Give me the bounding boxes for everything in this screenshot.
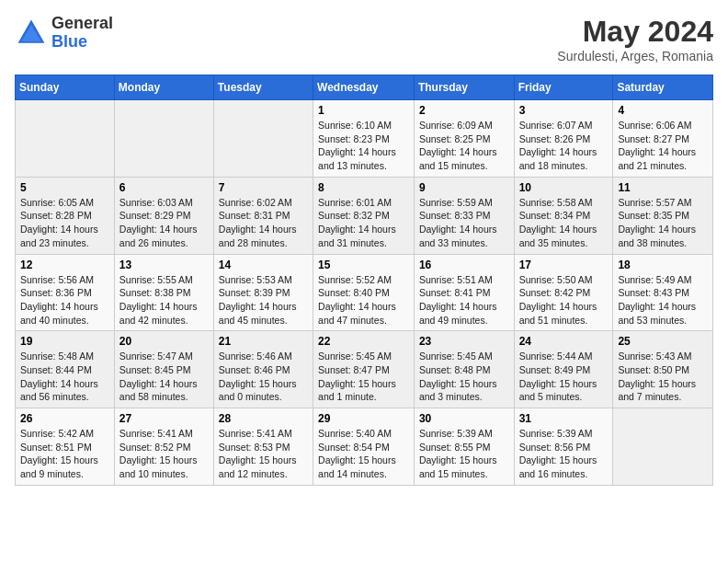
calendar-cell: 16Sunrise: 5:51 AMSunset: 8:41 PMDayligh… <box>414 254 514 331</box>
day-number: 19 <box>20 335 109 348</box>
day-info: Sunrise: 6:01 AMSunset: 8:32 PMDaylight:… <box>318 196 409 250</box>
day-info: Sunrise: 6:02 AMSunset: 8:31 PMDaylight:… <box>219 196 308 250</box>
day-number: 10 <box>519 181 609 194</box>
day-number: 1 <box>318 104 409 117</box>
logo-general: General <box>51 15 113 33</box>
day-number: 12 <box>20 259 109 271</box>
calendar-cell: 26Sunrise: 5:42 AMSunset: 8:51 PMDayligh… <box>16 408 115 486</box>
day-number: 6 <box>119 181 209 194</box>
calendar-cell: 23Sunrise: 5:45 AMSunset: 8:48 PMDayligh… <box>414 331 514 408</box>
day-info: Sunrise: 5:53 AMSunset: 8:39 PMDaylight:… <box>219 273 308 327</box>
day-number: 9 <box>419 181 509 194</box>
day-info: Sunrise: 6:06 AMSunset: 8:27 PMDaylight:… <box>618 119 708 173</box>
calendar-cell: 31Sunrise: 5:39 AMSunset: 8:56 PMDayligh… <box>514 408 613 486</box>
calendar-week-row: 5Sunrise: 6:05 AMSunset: 8:28 PMDaylight… <box>16 177 713 254</box>
day-number: 21 <box>219 335 308 348</box>
day-info: Sunrise: 5:55 AMSunset: 8:38 PMDaylight:… <box>119 273 209 327</box>
calendar-cell: 30Sunrise: 5:39 AMSunset: 8:55 PMDayligh… <box>414 408 514 486</box>
day-number: 11 <box>618 181 708 194</box>
calendar-cell: 22Sunrise: 5:45 AMSunset: 8:47 PMDayligh… <box>313 331 415 408</box>
calendar-cell <box>16 100 115 178</box>
calendar-cell <box>613 408 713 486</box>
day-info: Sunrise: 5:45 AMSunset: 8:48 PMDaylight:… <box>419 350 509 404</box>
day-number: 13 <box>119 259 209 271</box>
col-header-thursday: Thursday <box>414 75 514 100</box>
calendar-cell: 6Sunrise: 6:03 AMSunset: 8:29 PMDaylight… <box>114 177 213 254</box>
col-header-sunday: Sunday <box>16 75 115 100</box>
calendar-cell: 28Sunrise: 5:41 AMSunset: 8:53 PMDayligh… <box>213 408 313 486</box>
col-header-wednesday: Wednesday <box>313 75 415 100</box>
calendar-cell <box>114 100 213 178</box>
day-number: 25 <box>618 335 708 348</box>
calendar-cell: 13Sunrise: 5:55 AMSunset: 8:38 PMDayligh… <box>114 254 213 331</box>
day-number: 18 <box>618 259 708 271</box>
day-info: Sunrise: 6:03 AMSunset: 8:29 PMDaylight:… <box>119 196 209 250</box>
col-header-saturday: Saturday <box>613 75 713 100</box>
day-number: 16 <box>419 259 509 271</box>
col-header-monday: Monday <box>114 75 213 100</box>
calendar-cell: 17Sunrise: 5:50 AMSunset: 8:42 PMDayligh… <box>514 254 613 331</box>
day-number: 26 <box>20 412 109 425</box>
day-number: 15 <box>318 259 409 271</box>
day-info: Sunrise: 5:59 AMSunset: 8:33 PMDaylight:… <box>419 196 509 250</box>
calendar-cell: 9Sunrise: 5:59 AMSunset: 8:33 PMDaylight… <box>414 177 514 254</box>
day-info: Sunrise: 5:51 AMSunset: 8:41 PMDaylight:… <box>419 273 509 327</box>
calendar-cell: 8Sunrise: 6:01 AMSunset: 8:32 PMDaylight… <box>313 177 415 254</box>
day-number: 22 <box>318 335 409 348</box>
day-info: Sunrise: 5:46 AMSunset: 8:46 PMDaylight:… <box>219 350 308 404</box>
calendar-cell: 19Sunrise: 5:48 AMSunset: 8:44 PMDayligh… <box>16 331 115 408</box>
calendar-week-row: 19Sunrise: 5:48 AMSunset: 8:44 PMDayligh… <box>16 331 713 408</box>
day-info: Sunrise: 5:39 AMSunset: 8:56 PMDaylight:… <box>519 427 609 481</box>
day-number: 7 <box>219 181 308 194</box>
day-number: 5 <box>20 181 109 194</box>
calendar-cell: 12Sunrise: 5:56 AMSunset: 8:36 PMDayligh… <box>16 254 115 331</box>
day-info: Sunrise: 5:44 AMSunset: 8:49 PMDaylight:… <box>519 350 609 404</box>
day-number: 8 <box>318 181 409 194</box>
calendar-cell: 7Sunrise: 6:02 AMSunset: 8:31 PMDaylight… <box>213 177 313 254</box>
logo-blue: Blue <box>51 33 113 52</box>
day-info: Sunrise: 5:49 AMSunset: 8:43 PMDaylight:… <box>618 273 708 327</box>
day-number: 2 <box>419 104 509 117</box>
day-info: Sunrise: 6:07 AMSunset: 8:26 PMDaylight:… <box>519 119 609 173</box>
title-block: May 2024 Surdulesti, Arges, Romania <box>557 15 713 63</box>
day-number: 28 <box>219 412 308 425</box>
calendar-header-row: SundayMondayTuesdayWednesdayThursdayFrid… <box>16 75 713 100</box>
day-number: 31 <box>519 412 609 425</box>
logo-text: General Blue <box>51 15 113 52</box>
col-header-tuesday: Tuesday <box>213 75 313 100</box>
day-info: Sunrise: 5:58 AMSunset: 8:34 PMDaylight:… <box>519 196 609 250</box>
day-number: 14 <box>219 259 308 271</box>
day-info: Sunrise: 5:57 AMSunset: 8:35 PMDaylight:… <box>618 196 708 250</box>
calendar-cell: 24Sunrise: 5:44 AMSunset: 8:49 PMDayligh… <box>514 331 613 408</box>
day-info: Sunrise: 5:48 AMSunset: 8:44 PMDaylight:… <box>20 350 109 404</box>
calendar-week-row: 1Sunrise: 6:10 AMSunset: 8:23 PMDaylight… <box>16 100 713 178</box>
day-number: 23 <box>419 335 509 348</box>
day-number: 30 <box>419 412 509 425</box>
day-info: Sunrise: 5:43 AMSunset: 8:50 PMDaylight:… <box>618 350 708 404</box>
calendar-cell: 15Sunrise: 5:52 AMSunset: 8:40 PMDayligh… <box>313 254 415 331</box>
day-info: Sunrise: 5:50 AMSunset: 8:42 PMDaylight:… <box>519 273 609 327</box>
page-header: General Blue May 2024 Surdulesti, Arges,… <box>15 15 713 63</box>
calendar-cell: 20Sunrise: 5:47 AMSunset: 8:45 PMDayligh… <box>114 331 213 408</box>
logo: General Blue <box>15 15 113 52</box>
calendar-cell: 10Sunrise: 5:58 AMSunset: 8:34 PMDayligh… <box>514 177 613 254</box>
calendar-table: SundayMondayTuesdayWednesdayThursdayFrid… <box>15 75 713 486</box>
day-info: Sunrise: 5:40 AMSunset: 8:54 PMDaylight:… <box>318 427 409 481</box>
calendar-cell: 5Sunrise: 6:05 AMSunset: 8:28 PMDaylight… <box>16 177 115 254</box>
day-info: Sunrise: 6:10 AMSunset: 8:23 PMDaylight:… <box>318 119 409 173</box>
day-info: Sunrise: 5:47 AMSunset: 8:45 PMDaylight:… <box>119 350 209 404</box>
calendar-cell: 2Sunrise: 6:09 AMSunset: 8:25 PMDaylight… <box>414 100 514 178</box>
calendar-cell <box>213 100 313 178</box>
day-info: Sunrise: 5:52 AMSunset: 8:40 PMDaylight:… <box>318 273 409 327</box>
day-number: 17 <box>519 259 609 271</box>
calendar-cell: 18Sunrise: 5:49 AMSunset: 8:43 PMDayligh… <box>613 254 713 331</box>
day-info: Sunrise: 5:42 AMSunset: 8:51 PMDaylight:… <box>20 427 109 481</box>
day-info: Sunrise: 5:39 AMSunset: 8:55 PMDaylight:… <box>419 427 509 481</box>
calendar-cell: 29Sunrise: 5:40 AMSunset: 8:54 PMDayligh… <box>313 408 415 486</box>
day-number: 20 <box>119 335 209 348</box>
calendar-cell: 21Sunrise: 5:46 AMSunset: 8:46 PMDayligh… <box>213 331 313 408</box>
day-number: 3 <box>519 104 609 117</box>
calendar-cell: 27Sunrise: 5:41 AMSunset: 8:52 PMDayligh… <box>114 408 213 486</box>
day-info: Sunrise: 6:05 AMSunset: 8:28 PMDaylight:… <box>20 196 109 250</box>
day-number: 29 <box>318 412 409 425</box>
